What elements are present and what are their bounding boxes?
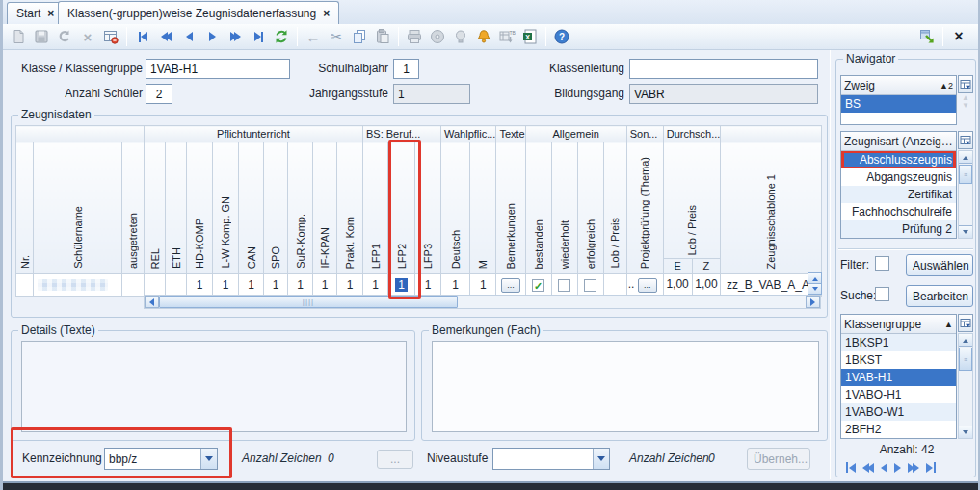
col-lob-preis-durchschnitt[interactable]: Lob / PreisEZ [663,142,721,274]
auswaehlen-button[interactable]: Auswählen [906,254,973,276]
paste-icon[interactable] [372,26,393,47]
col-deutsch[interactable]: Deutsch [441,142,470,274]
col-hd-komp[interactable]: HD-KOMP [187,142,213,274]
col-erfolgreich[interactable]: erfolgreich [577,142,603,274]
col-lfp2[interactable]: LFP2 [388,142,415,274]
niveaustufe-combobox[interactable] [492,448,610,470]
list-item-fachhochschulreife[interactable]: Fachhochschulreife [841,203,956,220]
vscroll-thumb[interactable]: ≡ [959,348,972,371]
cell-can[interactable]: 1 [239,274,264,297]
klassengruppe-list-header[interactable]: Klassengruppe ▲ [841,315,956,334]
last-record-button[interactable] [926,462,936,473]
tab-close-icon[interactable]: × [323,8,330,19]
table-hscrollbar[interactable]: |||| [144,295,821,309]
next-record-button[interactable] [894,463,901,473]
fast-forward-icon[interactable] [225,26,246,47]
cut-icon[interactable]: ✂ [326,26,347,47]
bemerkungen-textarea[interactable] [432,341,819,432]
col-m[interactable]: M [470,142,496,274]
scroll-right-icon[interactable] [806,296,820,308]
klasse-input[interactable] [146,59,290,79]
vscroll-thumb[interactable]: ≡ [959,165,972,184]
wiederholt-checkbox[interactable] [558,279,570,292]
back-arrow-icon[interactable]: ← [303,26,324,47]
scroll-down-icon[interactable] [959,426,972,438]
cell-erfolgreich[interactable] [577,274,603,297]
col-eth[interactable]: ETH [166,142,187,274]
value-Z[interactable]: 1,00 [693,274,721,296]
list-item-bs[interactable]: BS [841,95,956,113]
col-zeugnisschablone[interactable]: Zeugnisschablone 1 [721,142,822,274]
hscroll-thumb[interactable]: |||| [159,296,458,308]
uebernehmen-button[interactable]: Überneh... [747,448,810,470]
anzahl-schueler-input[interactable] [146,84,172,104]
list-item-1vabo-h1[interactable]: 1VABO-H1 [841,386,956,403]
cell-ellipsis-button[interactable]: ... [501,278,520,293]
help-icon[interactable]: ? [551,26,572,47]
cell-sur-komp[interactable]: 1 [288,274,313,297]
scroll-down-icon[interactable] [959,225,972,238]
cell-schuelername[interactable] [34,274,122,297]
first-record-icon[interactable] [132,26,153,47]
cell-deutsch[interactable]: 1 [441,274,470,297]
cell-prakt-kom[interactable]: 1 [337,274,363,297]
vscroll-track[interactable] [959,185,972,225]
cell-rel[interactable] [145,274,166,297]
col-lw-komp-gn[interactable]: L-W Komp. GN [213,142,239,274]
cell-lob-preis-durchschnitt[interactable]: 1,001,00 [663,274,721,297]
copy-icon[interactable] [349,26,370,47]
cell-lw-komp-gn[interactable]: 1 [213,274,239,297]
cell-lfp3[interactable]: 1 [415,274,441,297]
cell-if-kpan[interactable]: 1 [313,274,337,297]
cell-hd-komp[interactable]: 1 [187,274,213,297]
col-wiederholt[interactable]: wiederholt [551,142,577,274]
details-textarea[interactable] [21,341,407,432]
col-spo[interactable]: SPO [264,142,288,274]
col-prakt-kom[interactable]: Prakt. Kom [337,142,363,274]
previous-record-icon[interactable] [178,26,199,47]
zeugnisart-scrollbar[interactable]: ≡ [958,150,973,239]
fast-forward-button[interactable] [908,463,919,473]
col-lob-preis[interactable]: Lob / Preis [603,142,626,274]
subcol-E[interactable]: E [664,259,693,273]
zweig-list-header[interactable]: Zweig ▲2 [841,76,956,95]
cell-bestanden[interactable]: ✓ [525,274,551,297]
last-record-icon[interactable] [248,26,269,47]
chevron-down-icon[interactable] [200,449,217,469]
erfolgreich-checkbox[interactable] [584,279,596,292]
fast-backward-icon[interactable] [155,26,176,47]
spinner-down-icon[interactable] [808,284,822,295]
first-record-button[interactable] [846,462,856,473]
scroll-up-icon[interactable] [959,151,972,164]
cell-wiederholt[interactable] [551,274,577,297]
grid-settings-button[interactable] [958,75,973,93]
list-item-2bfh2[interactable]: 2BFH2 [841,421,956,438]
zeugnisart-list-header[interactable]: Zeugnisart (Anzeigefo... [841,132,956,151]
filter-checkbox[interactable] [875,256,889,271]
bearbeiten-button[interactable]: Bearbeiten [906,285,973,307]
cell-lob-preis[interactable] [603,274,626,297]
bestanden-checkbox[interactable]: ✓ [532,279,544,292]
grid-settings-button[interactable] [958,314,973,332]
col-lfp1[interactable]: LFP1 [363,142,388,274]
cell-m[interactable]: 1 [470,274,496,297]
grid-settings-button[interactable] [958,131,973,149]
delete-icon[interactable]: × [77,26,98,47]
col-projektpruefung[interactable]: Projektprüfung (Thema) [626,142,663,274]
panel-splitter[interactable] [830,50,831,479]
chevron-down-icon[interactable] [593,449,609,469]
cell-ausgetreten[interactable] [122,274,145,297]
close-icon[interactable]: × [948,26,969,47]
next-record-icon[interactable] [201,26,223,47]
cell-eth[interactable] [166,274,187,297]
kennzeichnung-combobox[interactable]: bbp/z [104,448,218,470]
list-item-pr-fung-2[interactable]: Prüfung 2 [841,220,956,238]
refresh-icon[interactable] [271,26,292,47]
list-item-zertifikat[interactable]: Zertifikat [841,186,956,203]
tab-start[interactable]: Start × [7,2,64,24]
previous-record-button[interactable] [881,463,887,473]
col-schuelername[interactable]: Schülername [34,142,122,274]
col-ausgetreten[interactable]: ausgetreten [122,142,145,274]
value-E[interactable]: 1,00 [664,274,693,296]
list-item-abschlusszeugnis[interactable]: Abschlusszeugnis [841,151,956,168]
